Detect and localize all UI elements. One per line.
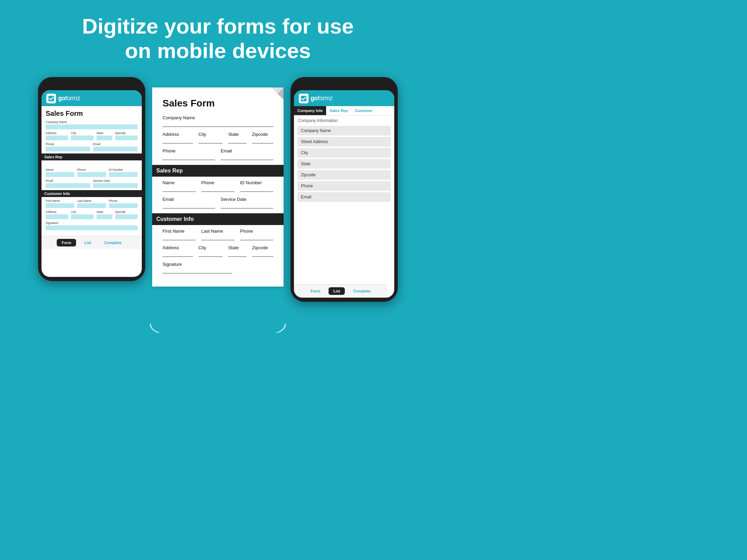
tab-sales-rep[interactable]: Sales Rep (326, 106, 351, 115)
form-btn-left[interactable]: Form (57, 239, 76, 246)
tab-company-info[interactable]: Company Info (294, 106, 326, 115)
tab-customer[interactable]: Customer (351, 106, 376, 115)
list-fields: Company Name Street Address City State Z… (294, 126, 394, 202)
first-last-phone-row: First Name Last Name Phone (46, 199, 138, 208)
goformz-header-left: goformz (42, 90, 142, 106)
left-phone: goformz Sales Form Company Name (38, 77, 145, 281)
list-city[interactable]: City (297, 148, 391, 158)
doc-cust-state: State (228, 245, 247, 257)
rep-email-field: Email (46, 179, 90, 188)
connector-lines (97, 323, 339, 333)
state-field: State (96, 131, 112, 140)
doc-zip-field: Zipcode (252, 132, 273, 143)
doc-last-name: Last Name (201, 228, 234, 240)
doc-rep-row: Name Phone ID Number (163, 180, 273, 192)
zipcode-field: Zipcode (115, 131, 138, 140)
doc-phone-field: Phone (163, 148, 215, 160)
doc-cust-addr-row: Address City State Zipcode (163, 245, 273, 257)
doc-cust-city: City (199, 245, 223, 257)
complete-btn-right[interactable]: Complete (348, 287, 375, 295)
phone-screen-left: goformz Sales Form Company Name (42, 90, 142, 277)
page-wrapper: Digitize your forms for use on mobile de… (0, 0, 436, 333)
rep-id-field: ID Number (109, 168, 138, 177)
goformz-logo-right: goformz (299, 94, 333, 103)
logo-icon-right (299, 94, 308, 103)
cust-phone-field: Phone (109, 199, 138, 208)
doc-signature-row: Signature (163, 262, 273, 273)
signature-field: Signature (46, 221, 138, 230)
tab-bar-right: Company Info Sales Rep Customer (294, 106, 394, 115)
doc-rep-id: ID Number (240, 180, 273, 192)
company-name-row: Company Name (46, 120, 138, 129)
phone-email-row: Phone Email (46, 142, 138, 151)
doc-rep-phone: Phone (201, 180, 234, 192)
doc-email-service-row: Email Service Date (163, 197, 273, 208)
service-date-field: Service Date (93, 179, 138, 188)
form-title-left: Sales Form (46, 110, 138, 118)
logo-text-left: goformz (58, 95, 80, 102)
phone-notch-right (327, 81, 361, 88)
doc-address-field: Address (163, 132, 193, 143)
list-phone[interactable]: Phone (297, 181, 391, 191)
doc-cust-zip: Zipcode (252, 245, 273, 257)
logo-icon-left (46, 94, 56, 103)
signature-row: Signature (46, 221, 138, 230)
doc-company-field: Company Name (163, 115, 273, 127)
company-name-field: Company Name (46, 120, 138, 129)
form-btn-right[interactable]: Form (306, 287, 325, 295)
email-field: Email (93, 142, 138, 151)
bottom-bar-left: Form List Complete (42, 236, 142, 249)
customer-info-header: Customer Info (42, 190, 142, 197)
doc-state-field: State (228, 132, 247, 143)
cust-state-field: State (96, 210, 112, 219)
phone-screen-right: goformz Company Info Sales Rep Customer … (294, 90, 394, 298)
name-phone-id-row: Name Phone ID Number (46, 168, 138, 177)
doc-signature: Signature (163, 262, 232, 273)
doc-rep-name: Name (163, 180, 196, 192)
doc-address-row: Address City State Zipcode (163, 132, 273, 143)
form-content-left: Sales Form Company Name Address (42, 106, 142, 236)
rep-phone-field: Phone (77, 168, 106, 177)
center-paper: Sales Form Company Name Address City (152, 87, 284, 287)
list-zipcode[interactable]: Zipcode (297, 170, 391, 180)
connector-svg (97, 323, 339, 333)
doc-cust-phone: Phone (240, 228, 273, 240)
list-state[interactable]: State (297, 159, 391, 169)
list-company-name[interactable]: Company Name (297, 126, 391, 136)
doc-cust-address: Address (163, 245, 193, 257)
email-servicedate-row: Email Service Date (46, 179, 138, 188)
phones-row: goformz Sales Form Company Name (10, 77, 425, 323)
doc-email-field: Email (221, 148, 273, 160)
doc-city-field: City (199, 132, 223, 143)
rep-name-field: Name (46, 168, 74, 177)
doc-cust-name-row: First Name Last Name Phone (163, 228, 273, 240)
cust-address-row: Address City State Zipcode (46, 210, 138, 219)
company-info-label: Company Information (294, 115, 394, 124)
list-email[interactable]: Email (297, 192, 391, 202)
goformz-logo-left: goformz (46, 94, 80, 103)
goformz-header-right: goformz (294, 90, 394, 106)
last-name-field: Last Name (77, 199, 106, 208)
doc-customer-header: Customer Info (152, 213, 284, 225)
city-field: City (71, 131, 93, 140)
doc-first-name: First Name (163, 228, 196, 240)
cust-address-field: Address (46, 210, 68, 219)
doc-sales-rep-header: Sales Rep (152, 165, 284, 177)
doc-phone-email-row: Phone Email (163, 148, 273, 160)
bottom-bar-right: Form List Complete (294, 284, 387, 298)
phone-notch-left (74, 81, 109, 88)
logo-text-right: goformz (311, 95, 333, 102)
complete-btn-left[interactable]: Complete (99, 239, 126, 246)
cust-zip-field: Zipcode (115, 210, 138, 219)
sales-rep-header: Sales Rep (42, 153, 142, 160)
address-row-left: Address City State Zipcode (46, 131, 138, 140)
phone-field: Phone (46, 142, 90, 151)
list-btn-right[interactable]: List (329, 287, 345, 295)
headline: Digitize your forms for use on mobile de… (82, 14, 353, 63)
list-street-address[interactable]: Street Address (297, 137, 391, 147)
doc-service-date: Service Date (221, 197, 273, 208)
list-btn-left[interactable]: List (80, 239, 96, 246)
address-field: Address (46, 131, 68, 140)
right-phone: goformz Company Info Sales Rep Customer … (290, 77, 398, 302)
cust-city-field: City (71, 210, 93, 219)
